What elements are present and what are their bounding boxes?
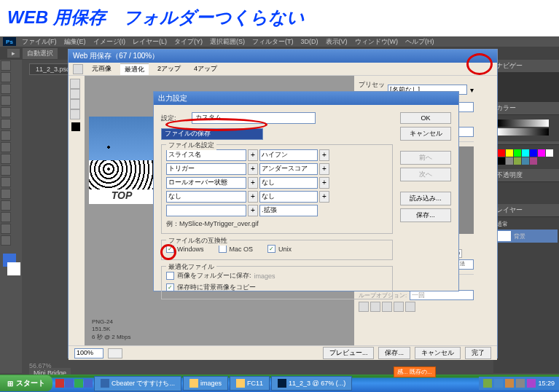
folder-label: 画像をフォルダーに保存: [177, 271, 251, 281]
quicklaunch-icon[interactable] [74, 379, 83, 388]
setting-select[interactable]: カスタム [192, 112, 316, 124]
load-button[interactable]: 読み込み... [400, 192, 451, 205]
save-button[interactable]: 保存... [400, 208, 451, 222]
unix-checkbox[interactable]: ✓ [267, 245, 275, 253]
fn-select-4[interactable]: アンダースコア [259, 163, 318, 175]
preview-button[interactable]: プレビュー... [323, 347, 375, 359]
ok-button[interactable]: OK [400, 112, 451, 124]
slice-tool-icon[interactable] [70, 89, 80, 99]
path-tool-icon[interactable] [1, 200, 11, 211]
hand-tool-icon[interactable] [73, 64, 83, 74]
tray-icon[interactable] [494, 379, 503, 388]
fn-select-10[interactable]: .拡張 [259, 205, 318, 216]
optfile-label: 最適化ファイル [166, 262, 216, 272]
menu-edit[interactable]: 編集(E) [64, 37, 86, 47]
mac-checkbox[interactable] [219, 245, 227, 253]
menu-layer[interactable]: レイヤー(L) [133, 37, 167, 47]
menu-filter[interactable]: フィルター(T) [252, 37, 294, 47]
layer-row[interactable]: 背景 [495, 230, 558, 243]
stamp-tool-icon[interactable] [1, 142, 11, 152]
copy-bg-checkbox[interactable]: ✓ [166, 283, 174, 291]
type-tool-icon[interactable] [1, 189, 11, 199]
color-panel-header[interactable]: カラー [493, 102, 559, 115]
done-button[interactable]: 完了 [465, 347, 491, 359]
layer-panel-header[interactable]: レイヤー [493, 204, 559, 217]
fn-select-9[interactable] [166, 205, 246, 216]
zoom-tool-icon[interactable] [70, 99, 80, 109]
menu-help[interactable]: ヘルプ(H) [405, 37, 434, 47]
opacity-panel-header[interactable]: 不透明度 [493, 169, 559, 182]
cancel-button[interactable]: キャンセル [415, 347, 461, 359]
sfw-tab-original[interactable]: 元画像 [87, 63, 116, 74]
tray-icon[interactable] [516, 379, 525, 388]
taskbar-item[interactable]: 11_2_3 @ 67% (...) [271, 376, 352, 391]
tray-icon[interactable] [527, 379, 536, 388]
swatches[interactable] [498, 149, 555, 165]
sfw-tab-optimized[interactable]: 最適化 [120, 63, 149, 75]
background-color[interactable] [7, 262, 20, 275]
save-button[interactable]: 保存... [378, 347, 410, 359]
tray-icon[interactable] [505, 379, 514, 388]
taskbar-item[interactable]: Cbeater ですすけち... [94, 376, 181, 391]
windows-checkbox[interactable]: ✓ [166, 245, 174, 253]
shape-tool-icon[interactable] [1, 212, 11, 222]
menu-file[interactable]: ファイル(F) [22, 37, 57, 47]
move-tool-icon[interactable]: ▸ [7, 49, 20, 58]
menu-type[interactable]: タイプ(Y) [174, 37, 203, 47]
quicklaunch-icon[interactable] [84, 379, 93, 388]
color-slider[interactable] [498, 128, 549, 136]
windows-label: Windows [177, 246, 204, 253]
quicklaunch-icon[interactable] [55, 379, 64, 388]
sfw-tab-2up[interactable]: 2アップ [153, 63, 185, 74]
marquee-tool-icon[interactable] [1, 72, 11, 82]
lasso-tool-icon[interactable] [1, 84, 11, 94]
section-select[interactable]: ファイルの保存 [161, 128, 263, 140]
taskbar-item[interactable]: FC11 [230, 376, 270, 391]
unix-label: Unix [278, 246, 292, 253]
cancel-button[interactable]: キャンセル [400, 127, 451, 141]
hand-tool-icon[interactable] [1, 224, 11, 234]
gradient-tool-icon[interactable] [1, 165, 11, 176]
fn-select-5[interactable]: ロールオーバー状態 [166, 177, 246, 189]
crop-tool-icon[interactable] [1, 107, 11, 117]
fn-select-6[interactable]: なし [259, 177, 318, 189]
eyedropper-tool-icon[interactable] [70, 109, 80, 119]
navigator-panel-header[interactable]: ナビゲー [493, 60, 559, 73]
menu-3d[interactable]: 3D(D) [301, 38, 318, 45]
fn-select-1[interactable]: スライス名 [166, 149, 246, 161]
hand-tool-icon[interactable] [70, 79, 80, 89]
sfw-toolbar: 元画像 最適化 2アップ 4アップ [69, 63, 497, 76]
fn-select-3[interactable]: トリガー [166, 163, 246, 175]
preview-image[interactable]: TOP [89, 117, 155, 204]
tray-icon[interactable] [483, 379, 492, 388]
system-tray[interactable]: 15:29 [479, 377, 559, 390]
color-slider[interactable] [498, 119, 549, 127]
fn-select-2[interactable]: ハイフン [259, 149, 318, 161]
fn-select-8[interactable]: なし [259, 191, 318, 203]
tooltip: 感... 既存の... [394, 366, 436, 377]
fn-select-7[interactable]: なし [166, 191, 246, 203]
wand-tool-icon[interactable] [1, 95, 11, 106]
zoom-tool-icon[interactable] [1, 235, 11, 246]
pen-tool-icon[interactable] [1, 177, 11, 187]
menu-view[interactable]: 表示(V) [326, 37, 348, 47]
start-button[interactable]: ⊞ スタート [0, 375, 52, 391]
move-tool-icon[interactable] [1, 60, 11, 71]
mac-label: Mac OS [230, 246, 254, 253]
menu-image[interactable]: イメージ(I) [93, 37, 126, 47]
eraser-tool-icon[interactable] [1, 154, 11, 164]
brush-tool-icon[interactable] [1, 130, 11, 141]
layer-mode[interactable]: 通常 [495, 219, 558, 230]
folder-checkbox[interactable] [166, 272, 174, 280]
preset-menu-icon[interactable]: ▾ [470, 86, 474, 94]
auto-select-checkbox[interactable]: 自動選択 [23, 48, 58, 59]
browser-preview-icon[interactable] [108, 348, 122, 358]
zoom-select[interactable]: 100% [74, 348, 103, 358]
quicklaunch-icon[interactable] [65, 379, 74, 388]
eyedropper-tool-icon[interactable] [1, 119, 11, 129]
menu-select[interactable]: 選択範囲(S) [210, 37, 245, 47]
sfw-tab-4up[interactable]: 4アップ [189, 63, 222, 74]
taskbar-item[interactable]: images [183, 376, 228, 391]
plus-icon: + [248, 177, 258, 189]
menu-window[interactable]: ウィンドウ(W) [355, 37, 399, 47]
